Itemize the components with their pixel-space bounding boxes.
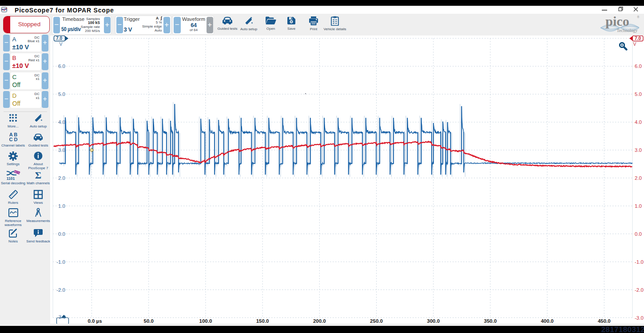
svg-text:7.0: 7.0 (56, 36, 62, 41)
svg-text:-1.0: -1.0 (635, 259, 644, 265)
svg-text:pico: pico (605, 14, 629, 28)
svg-text:6.0: 6.0 (58, 63, 65, 69)
svg-text:Σ: Σ (35, 170, 41, 180)
svg-text:6.0: 6.0 (635, 63, 642, 69)
svg-text:3.0: 3.0 (58, 147, 65, 153)
svg-text:5.0: 5.0 (635, 91, 642, 97)
svg-text:V: V (59, 41, 62, 47)
svg-text:®: ® (637, 15, 640, 19)
svg-text:4.0: 4.0 (635, 119, 642, 125)
svg-text:7.0: 7.0 (635, 36, 641, 41)
svg-text:150.0: 150.0 (256, 318, 269, 324)
svg-text:2.0: 2.0 (635, 175, 642, 181)
svg-text:0.0: 0.0 (635, 231, 642, 237)
svg-text:50.0: 50.0 (144, 318, 154, 324)
svg-text:4.0: 4.0 (58, 119, 65, 125)
svg-text:200.0: 200.0 (313, 318, 326, 324)
svg-text:5.0: 5.0 (58, 91, 65, 97)
svg-text:250.0: 250.0 (370, 318, 383, 324)
svg-text:BETA: BETA (14, 170, 20, 174)
svg-text:300.0: 300.0 (427, 318, 440, 324)
svg-text:-2.0: -2.0 (635, 287, 644, 293)
svg-text:1.0: 1.0 (635, 203, 642, 209)
svg-text:V: V (633, 41, 636, 47)
svg-text:0.0 µs: 0.0 µs (87, 318, 102, 324)
svg-text:-2.0: -2.0 (56, 287, 65, 293)
svg-text:2.0: 2.0 (58, 175, 65, 181)
svg-text:-3.0: -3.0 (635, 315, 644, 321)
svg-text:450.0: 450.0 (598, 318, 611, 324)
svg-text:350.0: 350.0 (484, 318, 497, 324)
svg-text:1101: 1101 (6, 176, 15, 180)
svg-text:1.0: 1.0 (58, 203, 65, 209)
svg-text:Technology: Technology (616, 28, 637, 33)
svg-text:400.0: 400.0 (541, 318, 554, 324)
svg-text:0.0: 0.0 (58, 231, 65, 237)
svg-text:-1.0: -1.0 (56, 259, 65, 265)
svg-text:C D: C D (9, 137, 17, 142)
svg-text:100.0: 100.0 (199, 318, 212, 324)
svg-text:3.0: 3.0 (635, 147, 642, 153)
